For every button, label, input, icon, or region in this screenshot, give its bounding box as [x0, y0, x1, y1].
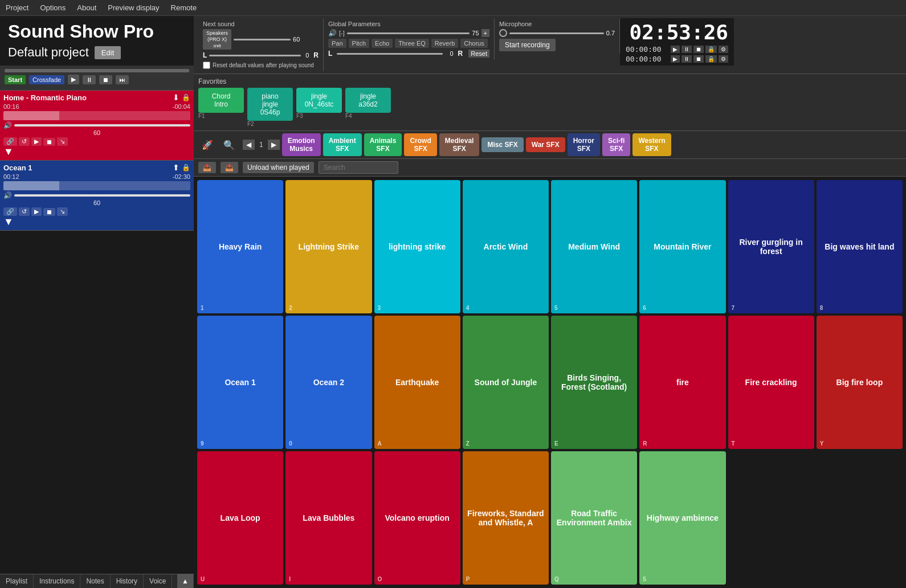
- sound-tile-0[interactable]: Ocean 20: [285, 316, 372, 449]
- mic-slider[interactable]: [509, 32, 604, 34]
- clock-settings-btn-2[interactable]: ⚙: [719, 55, 728, 63]
- clock-stop-btn-2[interactable]: ⏹: [693, 55, 704, 63]
- track-2-stop-btn[interactable]: ⏹: [43, 208, 55, 216]
- export-btn[interactable]: 📤: [198, 162, 216, 173]
- sound-tile-Y[interactable]: Big fire loopY: [817, 316, 903, 449]
- fav-btn-3[interactable]: jingle a36d2: [345, 88, 391, 113]
- sound-tile-2[interactable]: Lightning Strike2: [285, 180, 372, 313]
- sound-tile-6[interactable]: Mountain River6: [639, 180, 725, 313]
- clock-stop-btn-1[interactable]: ⏹: [693, 46, 704, 53]
- speakers-button[interactable]: Speakers(PRO X)shift: [203, 29, 231, 50]
- fx-threeeq[interactable]: Three EQ: [395, 39, 429, 48]
- next-sound-lr-slider[interactable]: [209, 55, 301, 56]
- play-button[interactable]: ▶: [68, 75, 79, 84]
- sound-tile-Q[interactable]: Road Traffic Environment AmbixQ: [551, 451, 637, 585]
- rocket-icon-btn[interactable]: 🚀: [198, 138, 217, 152]
- reset-checkbox[interactable]: [203, 62, 210, 69]
- track-1-link-btn[interactable]: 🔗: [3, 137, 17, 146]
- sound-tile-E[interactable]: Birds Singing, Forest (Scotland)E: [551, 316, 637, 449]
- fav-btn-1[interactable]: piano jingle 0S46p: [247, 88, 293, 121]
- cat-misc[interactable]: Misc SFX: [481, 137, 523, 152]
- cat-scifi[interactable]: Sci-fi SFX: [602, 133, 630, 156]
- clock-play-btn-2[interactable]: ▶: [671, 55, 680, 63]
- cat-horror[interactable]: Horror SFX: [568, 133, 600, 156]
- start-button[interactable]: Start: [5, 75, 26, 84]
- gp-lr-slider[interactable]: [337, 53, 443, 55]
- sound-tile-9[interactable]: Ocean 19: [197, 316, 283, 449]
- global-vol-slider[interactable]: [347, 32, 470, 34]
- clock-settings-btn-1[interactable]: ⚙: [719, 46, 728, 53]
- track-1-stop-btn[interactable]: ⏹: [43, 138, 55, 146]
- menu-about[interactable]: About: [77, 3, 96, 12]
- stop-button[interactable]: ⏹: [99, 75, 112, 84]
- gp-reset-btn[interactable]: Reset: [468, 50, 489, 58]
- sound-tile-4[interactable]: Arctic Wind4: [463, 180, 549, 313]
- tab-playlist[interactable]: Playlist: [0, 574, 34, 588]
- sound-tile-R[interactable]: fireR: [639, 316, 725, 449]
- clock-pause-btn-1[interactable]: ⏸: [681, 46, 692, 53]
- sound-tile-U[interactable]: Lava LoopU: [197, 451, 283, 585]
- share-btn[interactable]: 📤: [221, 162, 238, 173]
- skip-button[interactable]: ⏭: [116, 75, 129, 84]
- sound-tile-Z[interactable]: Sound of JungleZ: [463, 316, 549, 449]
- sound-tile-7[interactable]: River gurgling in forest7: [728, 180, 814, 313]
- sound-tile-A[interactable]: EarthquakeA: [374, 316, 460, 449]
- cat-ambient[interactable]: Ambient SFX: [323, 133, 362, 156]
- track-2-loop-btn[interactable]: ↺: [19, 207, 30, 216]
- next-sound-vol-slider[interactable]: [234, 39, 291, 40]
- track-1-loop-btn[interactable]: ↺: [19, 137, 30, 146]
- track-2-volume-slider[interactable]: [14, 194, 190, 197]
- search-icon-btn[interactable]: 🔍: [220, 138, 238, 152]
- gp-plus-btn[interactable]: +: [481, 29, 489, 37]
- fx-pan[interactable]: Pan: [328, 39, 346, 48]
- fav-btn-2[interactable]: jingle 0N_46stc: [296, 88, 342, 113]
- sound-tile-8[interactable]: Big waves hit land8: [817, 180, 903, 313]
- tab-arrow[interactable]: ▲: [177, 574, 194, 588]
- cat-crowd[interactable]: Crowd SFX: [404, 133, 436, 156]
- edit-button[interactable]: Edit: [95, 46, 121, 59]
- track-2-link-btn[interactable]: 🔗: [3, 207, 17, 216]
- tab-voice[interactable]: Voice: [144, 574, 172, 588]
- menu-remote[interactable]: Remote: [171, 3, 197, 12]
- track-2-fade-btn[interactable]: ↘: [57, 207, 68, 216]
- cat-animals[interactable]: Animals SFX: [364, 133, 402, 156]
- clock-play-btn-1[interactable]: ▶: [671, 46, 680, 53]
- sound-tile-5[interactable]: Highway ambience5: [639, 451, 725, 585]
- fx-echo[interactable]: Echo: [372, 39, 393, 48]
- fav-btn-0[interactable]: Chord Intro: [198, 88, 244, 113]
- cat-western[interactable]: Western SFX: [632, 133, 671, 156]
- sound-tile-3[interactable]: lightning strike3: [374, 180, 460, 313]
- unload-btn[interactable]: Unload when played: [243, 162, 314, 173]
- pause-button[interactable]: ⏸: [83, 75, 96, 84]
- cat-war[interactable]: War SFX: [526, 137, 565, 152]
- clock-pause-btn-2[interactable]: ⏸: [681, 55, 692, 63]
- sound-tile-I[interactable]: Lava BubblesI: [285, 451, 372, 585]
- clock-lock-btn-1[interactable]: 🔒: [705, 46, 717, 53]
- menu-project[interactable]: Project: [6, 3, 28, 12]
- sound-tile-5[interactable]: Medium Wind5: [551, 180, 637, 313]
- cat-medieval[interactable]: Medieval SFX: [439, 133, 480, 156]
- tab-instructions[interactable]: Instructions: [34, 574, 80, 588]
- start-recording-button[interactable]: Start recording: [499, 39, 556, 51]
- prev-page-btn[interactable]: ◀: [243, 140, 255, 150]
- menu-preview[interactable]: Preview display: [108, 3, 159, 12]
- crossfade-button[interactable]: Crossfade: [29, 75, 64, 84]
- sound-tile-1[interactable]: Heavy Rain1: [197, 180, 283, 313]
- next-page-btn[interactable]: ▶: [268, 140, 280, 150]
- fx-chorus[interactable]: Chorus: [460, 39, 487, 48]
- track-2-play-btn[interactable]: ▶: [31, 207, 42, 216]
- sound-tile-T[interactable]: Fire cracklingT: [728, 316, 814, 449]
- track-1-fade-btn[interactable]: ↘: [57, 137, 68, 146]
- track-1-volume-slider[interactable]: [14, 124, 190, 126]
- fx-pitch[interactable]: Pitch: [349, 39, 369, 48]
- sound-search-input[interactable]: [319, 161, 398, 174]
- sound-tile-O[interactable]: Volcano eruptionO: [374, 451, 460, 585]
- clock-lock-btn-2[interactable]: 🔒: [705, 55, 717, 63]
- sound-tile-P[interactable]: Fireworks, Standard and Whistle, AP: [463, 451, 549, 585]
- cat-emotion[interactable]: Emotion Musics: [282, 133, 321, 156]
- track-1-play-btn[interactable]: ▶: [31, 137, 42, 146]
- menu-options[interactable]: Options: [40, 3, 66, 12]
- tab-notes[interactable]: Notes: [80, 574, 110, 588]
- fx-reverb[interactable]: Reverb: [431, 39, 458, 48]
- tab-history[interactable]: History: [111, 574, 144, 588]
